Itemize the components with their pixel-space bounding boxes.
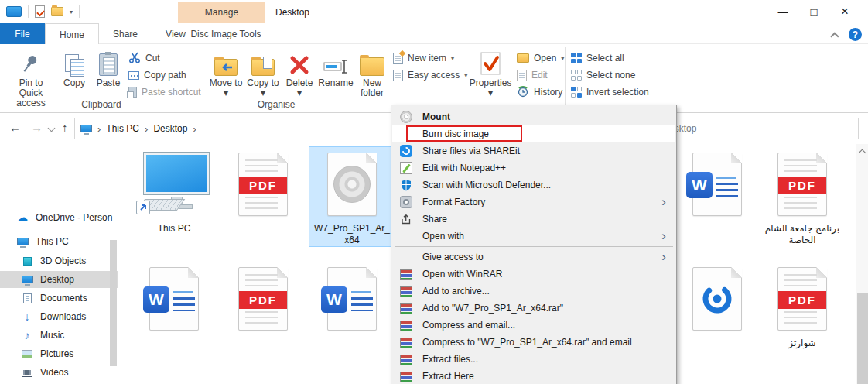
sidebar-scrollbar-thumb[interactable] (110, 240, 117, 366)
copy-to-button[interactable]: Copy to ▾ (246, 48, 280, 98)
select-none-button[interactable]: Select none (571, 67, 635, 83)
pdf-icon: PDF (760, 147, 845, 221)
sidebar-item-pictures[interactable]: Pictures (0, 345, 118, 362)
properties-button[interactable]: Properties ▾ (467, 48, 514, 98)
window-controls: — □ × (767, 3, 860, 20)
menu-item-add-to-archive[interactable]: Add to archive... (392, 283, 675, 300)
delete-button[interactable]: Delete ▾ (283, 48, 316, 98)
word-badge: W (143, 286, 169, 313)
ribbon: Pin to Quick access Copy Paste Cut Copy … (0, 44, 868, 113)
menu-item-notepadpp[interactable]: Edit with Notepad++ (392, 159, 675, 177)
select-all-icon (571, 53, 582, 63)
new-folder-button[interactable]: New folder (354, 48, 390, 98)
back-button[interactable]: ← (9, 121, 21, 134)
cut-button[interactable]: Cut (128, 50, 160, 66)
file-pdf[interactable]: PDF (220, 262, 306, 336)
sidebar-item-music[interactable]: ♪ Music (0, 327, 118, 344)
menu-separator (395, 246, 673, 247)
breadcrumb-chevron[interactable]: › (145, 123, 148, 135)
breadcrumb-chevron[interactable]: › (193, 123, 196, 135)
menu-item-open-with-winrar[interactable]: Open with WinRAR (392, 266, 675, 283)
paste-icon (99, 48, 118, 76)
copy-button[interactable]: Copy (59, 48, 90, 88)
copy-to-icon (251, 48, 275, 76)
maximize-button[interactable]: □ (798, 3, 829, 20)
properties-label: Properties ▾ (467, 78, 514, 98)
menu-item-add-to-rar[interactable]: Add to "W7_Pro_SP1_Ar_x64.rar" (392, 300, 675, 317)
tab-disc-image-tools[interactable]: Disc Image Tools (186, 23, 266, 44)
up-button[interactable]: ↑ (62, 121, 68, 134)
winrar-icon (400, 355, 412, 365)
sidebar-item-label: 3D Objects (40, 255, 86, 266)
file-this-pc-shortcut[interactable]: This PC (132, 147, 217, 235)
sidebar-item-downloads[interactable]: ↓ Downloads (0, 308, 118, 325)
submenu-arrow-icon: › (661, 198, 666, 206)
paste-shortcut-button[interactable]: Paste shortcut (128, 84, 201, 100)
tab-share[interactable]: Share (99, 23, 152, 44)
sidebar-item-label: Documents (40, 293, 87, 303)
recent-locations-chevron-icon[interactable] (48, 125, 56, 132)
file-pdf-schwartz[interactable]: PDF شوارتز (760, 262, 845, 349)
notepadpp-icon (400, 162, 412, 174)
edit-button[interactable]: Edit (517, 67, 548, 83)
breadcrumb-chevron[interactable]: › (97, 123, 101, 135)
sidebar-item-label: Pictures (40, 348, 73, 359)
menu-item-extract-files[interactable]: Extract files... (392, 351, 675, 368)
new-item-button[interactable]: New item ▾ (393, 50, 454, 66)
file-word-doc[interactable]: W (309, 262, 395, 336)
new-folder-qat-icon[interactable] (51, 7, 63, 16)
easy-access-icon (393, 70, 403, 81)
sidebar-item-desktop[interactable]: Desktop (0, 271, 118, 288)
menu-item-share[interactable]: Share (392, 211, 675, 228)
scrollbar-thumb[interactable] (857, 293, 868, 384)
breadcrumb-this-pc[interactable]: This PC (106, 123, 139, 134)
menu-item-mount[interactable]: Mount (392, 108, 675, 125)
file-disc-image-selected[interactable]: W7_Pro_SP1_Ar_x64 (309, 147, 395, 246)
file-word-doc[interactable]: W (132, 262, 217, 336)
menu-item-burn-disc-image[interactable]: Burn disc image (392, 125, 675, 142)
menu-item-give-access-to[interactable]: Give access to › (392, 249, 675, 266)
sidebar-item-videos[interactable]: Videos (0, 364, 118, 381)
forward-button[interactable]: → (31, 121, 43, 134)
file-pdf[interactable]: PDF (220, 147, 306, 221)
submenu-arrow-icon: › (661, 232, 666, 240)
tab-file[interactable]: File (0, 23, 45, 44)
file-pdf-sham[interactable]: PDF برنامج جامعة الشام الخاصة (760, 147, 845, 246)
menu-item-extract-here[interactable]: Extract Here (392, 368, 675, 384)
minimize-button[interactable]: — (767, 3, 798, 20)
properties-qat-icon[interactable] (35, 5, 45, 18)
new-item-icon (393, 53, 403, 64)
scroll-up-icon[interactable] (859, 149, 866, 157)
menu-item-defender-scan[interactable]: Scan with Microsoft Defender... (392, 177, 675, 194)
help-icon[interactable]: ? (849, 28, 862, 41)
breadcrumb-desktop[interactable]: Desktop (153, 123, 187, 134)
close-button[interactable]: × (829, 3, 860, 20)
menu-item-compress-and-email[interactable]: Compress and email... (392, 317, 675, 334)
sidebar-item-this-pc[interactable]: This PC (0, 233, 118, 250)
tab-home[interactable]: Home (45, 23, 99, 45)
history-button[interactable]: History (517, 84, 562, 100)
move-to-button[interactable]: Move to ▾ (209, 48, 243, 98)
open-button[interactable]: Open ▾ (517, 50, 564, 66)
collapse-ribbon-icon[interactable] (830, 32, 839, 40)
menu-item-format-factory[interactable]: Format Factory › (392, 194, 675, 211)
sidebar-item-onedrive[interactable]: ☁ OneDrive - Person (0, 209, 118, 226)
sidebar-item-documents[interactable]: Documents (0, 290, 118, 307)
copy-path-button[interactable]: Copy path (128, 67, 186, 83)
vertical-scrollbar[interactable] (856, 144, 868, 384)
customize-toolbar-caret-icon[interactable]: ▾ (70, 9, 73, 15)
sidebar-item-3d-objects[interactable]: 3D Objects (0, 252, 118, 269)
select-all-button[interactable]: Select all (571, 50, 624, 66)
cube-icon (20, 257, 34, 266)
menu-item-open-with[interactable]: Open with › (392, 228, 675, 245)
easy-access-button[interactable]: Easy access ▾ (393, 67, 467, 83)
word-icon: W (675, 147, 760, 221)
new-folder-icon (360, 48, 384, 76)
paste-button[interactable]: Paste (93, 48, 124, 88)
word-icon: W (309, 262, 395, 336)
file-disc-burner-doc[interactable] (675, 262, 760, 336)
menu-item-shareit[interactable]: Share files via SHAREit (392, 142, 675, 159)
file-word-doc[interactable]: W (675, 147, 760, 221)
invert-selection-button[interactable]: Invert selection (571, 84, 649, 100)
menu-item-compress-to-rar-and-email[interactable]: Compress to "W7_Pro_SP1_Ar_x64.rar" and … (392, 334, 675, 351)
